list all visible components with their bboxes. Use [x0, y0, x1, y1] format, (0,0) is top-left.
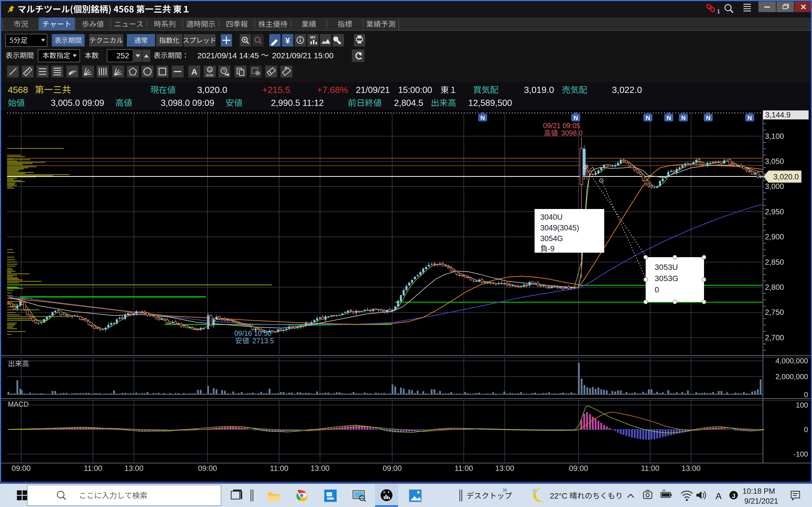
svg-text:3049(3045): 3049(3045) [540, 224, 579, 232]
svg-text:1: 1 [717, 8, 720, 14]
svg-text:13:00: 13:00 [495, 464, 514, 473]
svg-text:3054G: 3054G [540, 234, 563, 243]
svg-text:icon: icon [206, 73, 213, 77]
svg-text:-9: -9 [548, 244, 555, 253]
svg-text:15:00:00: 15:00:00 [398, 85, 432, 95]
svg-text:100: 100 [796, 401, 808, 409]
svg-text:252: 252 [116, 52, 129, 60]
svg-text:0: 0 [655, 285, 659, 294]
svg-text:N: N [706, 114, 711, 121]
svg-text:13:00: 13:00 [310, 464, 329, 473]
svg-text:2,990.5 11:12: 2,990.5 11:12 [271, 98, 324, 108]
svg-text:3,020.0: 3,020.0 [773, 173, 799, 181]
svg-text:3053G: 3053G [655, 274, 678, 283]
svg-text:21/09/21: 21/09/21 [356, 85, 390, 95]
svg-text:2713.5: 2713.5 [252, 337, 274, 345]
svg-text:0: 0 [804, 390, 808, 399]
svg-text:09:00: 09:00 [383, 464, 402, 473]
svg-text:09/16 10:50: 09/16 10:50 [234, 329, 271, 337]
svg-text:9/21/2021: 9/21/2021 [744, 497, 778, 505]
svg-text:2,750: 2,750 [765, 308, 784, 317]
svg-text:2,900: 2,900 [765, 233, 784, 241]
svg-text:3040U: 3040U [540, 213, 563, 221]
svg-text:09:00: 09:00 [198, 464, 217, 473]
svg-text:3098.0: 3098.0 [561, 129, 582, 137]
svg-text:N: N [646, 114, 650, 121]
svg-text:2021/09/14 14:45: 2021/09/14 14:45 [197, 51, 259, 60]
svg-text:3,000: 3,000 [765, 182, 784, 191]
svg-text:13:00: 13:00 [681, 464, 701, 473]
svg-text:R: R [384, 491, 386, 494]
svg-text:3,019.0: 3,019.0 [524, 85, 554, 95]
svg-text:2,700: 2,700 [765, 334, 784, 342]
svg-text:12,589,500: 12,589,500 [468, 98, 512, 108]
svg-text:2,950: 2,950 [765, 208, 784, 216]
svg-text:09:00: 09:00 [11, 464, 31, 473]
svg-text:+215.5: +215.5 [262, 85, 290, 95]
svg-text:11:00: 11:00 [641, 464, 659, 473]
svg-text:4,000,000: 4,000,000 [775, 356, 808, 365]
svg-text:0: 0 [804, 425, 808, 434]
svg-text:3,022.0: 3,022.0 [612, 85, 642, 95]
svg-text:¥: ¥ [285, 36, 290, 45]
svg-text:2,800: 2,800 [765, 283, 784, 291]
svg-text:2,804.5: 2,804.5 [394, 98, 423, 108]
svg-text:N: N [573, 114, 578, 121]
svg-text:N: N [480, 114, 485, 121]
svg-text:11:00: 11:00 [455, 464, 473, 473]
svg-text:»: » [502, 485, 507, 494]
svg-text:22°C: 22°C [550, 492, 567, 500]
svg-text:09/21 09:05: 09/21 09:05 [543, 122, 580, 129]
svg-text:3,144.9: 3,144.9 [765, 111, 791, 119]
svg-text:2,000,000: 2,000,000 [775, 372, 808, 381]
svg-text:-100: -100 [794, 450, 808, 458]
svg-text:11:00: 11:00 [270, 464, 289, 473]
svg-text:09:00: 09:00 [569, 464, 588, 473]
svg-text:3,005.0 09:09: 3,005.0 09:09 [51, 98, 104, 108]
svg-text:A: A [716, 491, 722, 501]
svg-text:N: N [681, 114, 686, 121]
svg-text:+7.68%: +7.68% [317, 85, 348, 95]
svg-text:3053U: 3053U [655, 263, 678, 272]
svg-text:MACD: MACD [8, 400, 29, 408]
svg-text:10:18 PM: 10:18 PM [742, 487, 775, 496]
svg-text:A: A [191, 67, 197, 76]
svg-text:N: N [748, 114, 752, 121]
svg-text:2,850: 2,850 [765, 258, 784, 267]
svg-text:2021/09/21 15:00: 2021/09/21 15:00 [272, 51, 334, 60]
svg-text:3,100: 3,100 [765, 132, 784, 140]
svg-text:MY: MY [310, 35, 316, 40]
svg-text:11:00: 11:00 [84, 464, 102, 473]
svg-text:N: N [666, 114, 671, 121]
svg-text:3,020.0: 3,020.0 [197, 85, 227, 95]
svg-text:A: A [285, 66, 287, 70]
svg-text:4568: 4568 [8, 85, 28, 95]
svg-text:13:00: 13:00 [124, 464, 144, 473]
svg-text:3,098.0 09:09: 3,098.0 09:09 [161, 98, 214, 108]
svg-text:3,050: 3,050 [765, 157, 784, 166]
svg-text:J: J [732, 492, 735, 499]
svg-text:12:00: 12:00 [326, 494, 333, 496]
